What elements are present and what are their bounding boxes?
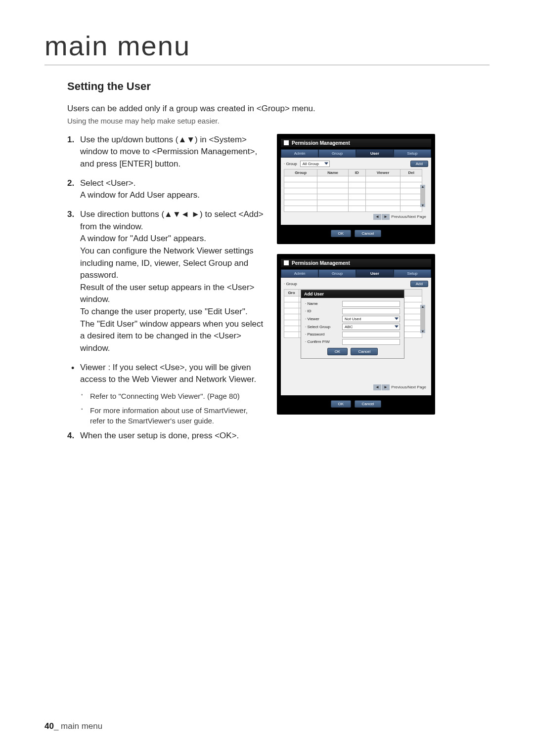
cancel-button-2[interactable]: Cancel bbox=[355, 400, 382, 408]
table-row[interactable] bbox=[284, 176, 422, 182]
step-2-text: Select <User>. A window for Add User app… bbox=[80, 178, 200, 200]
pnav-label: Previous/Next Page bbox=[391, 214, 426, 219]
footer-sep: _ bbox=[54, 721, 61, 731]
table-scrollbar[interactable] bbox=[420, 185, 425, 207]
page-footer: 40_ main menu bbox=[44, 721, 102, 731]
dialog-titlebar: Permission Management bbox=[281, 139, 431, 147]
step-2-num: 2. bbox=[67, 177, 74, 190]
field-id-input[interactable] bbox=[342, 308, 400, 314]
section-title: Setting the User bbox=[67, 80, 490, 93]
intro-note: Using the mouse may help make setup easi… bbox=[67, 117, 490, 125]
next-page-button-2[interactable]: ► bbox=[382, 384, 390, 390]
bullet-viewer: Viewer : If you select <Use>, you will b… bbox=[67, 362, 265, 386]
next-page-button[interactable]: ► bbox=[382, 214, 390, 220]
field-viewer-dropdown[interactable]: Not Used bbox=[342, 316, 400, 322]
step-2: 2. Select <User>. A window for Add User … bbox=[67, 177, 265, 202]
step-1: 1. Use the up/down buttons (▲▼) in <Syst… bbox=[67, 134, 265, 170]
field-selectgroup-dropdown[interactable]: ABC bbox=[342, 324, 400, 330]
step-1-num: 1. bbox=[67, 134, 74, 146]
subbullet-refer: Refer to "Connecting Web Viewer". (Page … bbox=[67, 391, 265, 401]
ok-button[interactable]: OK bbox=[331, 230, 352, 237]
dialog-titlebar-2: Permission Management bbox=[281, 259, 431, 267]
add-button-2[interactable]: Add bbox=[410, 281, 428, 287]
dialog-title: Permission Management bbox=[292, 140, 350, 146]
field-confirm-input[interactable] bbox=[342, 339, 400, 345]
tab-group-2[interactable]: Group bbox=[318, 269, 356, 278]
screenshot-add-user: Permission Management Admin Group User S… bbox=[277, 254, 435, 415]
prev-page-button-2[interactable]: ◄ bbox=[373, 384, 381, 390]
field-id-label: · ID bbox=[305, 309, 342, 313]
dialog-title-2: Permission Management bbox=[292, 260, 350, 266]
field-confirm-label: · Confirm P/W bbox=[305, 339, 342, 344]
modal-cancel-button[interactable]: Cancel bbox=[351, 348, 378, 355]
pnav-label-2: Previous/Next Page bbox=[391, 385, 426, 389]
step-1-text: Use the up/down buttons (▲▼) in <System>… bbox=[80, 135, 257, 168]
group-filter-label: · Group bbox=[284, 162, 297, 166]
page-title: main menu bbox=[44, 30, 490, 65]
modal-title: Add User bbox=[301, 290, 404, 298]
th-group: Group bbox=[284, 169, 317, 176]
field-selectgroup-label: · Select Group bbox=[305, 325, 342, 329]
field-viewer-label: · Viewer bbox=[305, 317, 342, 321]
user-icon bbox=[284, 140, 289, 145]
subbullet-smartviewer: For more information about use of SmartV… bbox=[67, 405, 265, 426]
step-4-num: 4. bbox=[67, 430, 74, 442]
table-scrollbar-2[interactable] bbox=[420, 305, 425, 333]
th-del: Del bbox=[400, 169, 422, 176]
cancel-button[interactable]: Cancel bbox=[355, 230, 382, 237]
tab-group[interactable]: Group bbox=[318, 149, 356, 158]
table-row[interactable] bbox=[284, 188, 422, 194]
ok-button-2[interactable]: OK bbox=[331, 400, 352, 408]
footer-label: main menu bbox=[61, 721, 102, 731]
add-button[interactable]: Add bbox=[410, 161, 428, 167]
intro-line: Users can be added only if a group was c… bbox=[67, 103, 490, 115]
prev-page-button[interactable]: ◄ bbox=[373, 214, 381, 220]
user-table: Group Name ID Viewer Del bbox=[284, 169, 422, 212]
th-viewer: Viewer bbox=[365, 169, 400, 176]
user-icon bbox=[284, 260, 289, 265]
step-4-text: When the user setup is done, press <OK>. bbox=[80, 431, 239, 440]
table-row[interactable] bbox=[284, 182, 422, 188]
step-3-num: 3. bbox=[67, 209, 74, 221]
step-3-text: Use direction buttons (▲▼◄ ►) to select … bbox=[80, 210, 264, 353]
table-row[interactable] bbox=[284, 206, 422, 211]
th-id: ID bbox=[349, 169, 366, 176]
tab-user-2[interactable]: User bbox=[356, 269, 394, 278]
step-4: 4. When the user setup is done, press <O… bbox=[67, 430, 265, 442]
tab-user[interactable]: User bbox=[356, 149, 394, 158]
tab-setup[interactable]: Setup bbox=[394, 149, 431, 158]
page-number: 40 bbox=[44, 721, 54, 731]
table-row[interactable] bbox=[284, 200, 422, 206]
field-password-label: · Password bbox=[305, 332, 342, 336]
th-name: Name bbox=[317, 169, 349, 176]
tab-admin[interactable]: Admin bbox=[281, 149, 318, 158]
screenshot-permission-user: Permission Management Admin Group User S… bbox=[277, 134, 435, 244]
group-filter-dropdown[interactable]: All Group bbox=[300, 161, 330, 167]
group-filter-label-2: · Group bbox=[284, 282, 297, 286]
field-password-input[interactable] bbox=[342, 332, 400, 337]
step-3: 3. Use direction buttons (▲▼◄ ►) to sele… bbox=[67, 209, 265, 355]
tab-admin-2[interactable]: Admin bbox=[281, 269, 318, 278]
tab-setup-2[interactable]: Setup bbox=[394, 269, 431, 278]
modal-ok-button[interactable]: OK bbox=[327, 348, 348, 355]
table-row[interactable] bbox=[284, 194, 422, 200]
field-name-label: · Name bbox=[305, 301, 342, 306]
add-user-modal: Add User · Name · ID · ViewerNot Used · … bbox=[301, 290, 404, 359]
field-name-input[interactable] bbox=[342, 301, 400, 307]
